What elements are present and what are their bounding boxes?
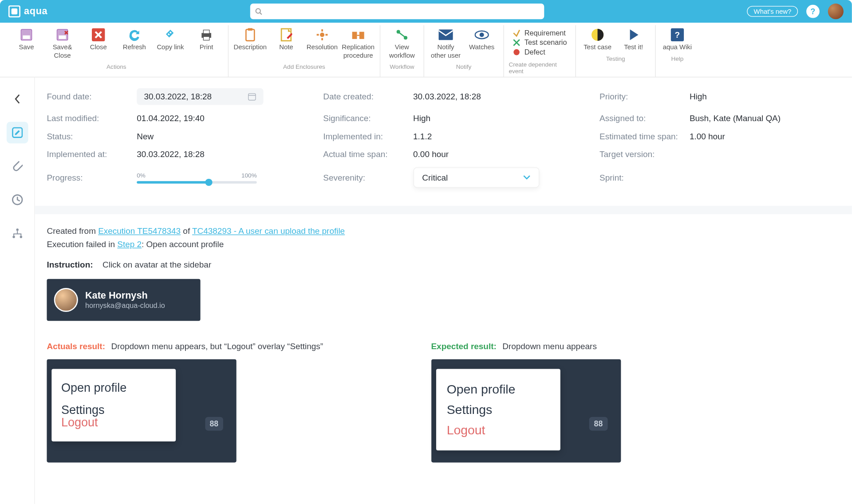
refresh-icon <box>127 28 142 42</box>
last-modified-value: 01.04.2022, 19:40 <box>137 114 205 123</box>
details-panel: Found date: 30.03.2022, 18:28 Date creat… <box>47 86 840 205</box>
dep-defect[interactable]: Defect <box>513 48 567 56</box>
test-it-button[interactable]: Test it! <box>617 25 651 54</box>
significance-label: Significance: <box>323 114 413 123</box>
found-date-input[interactable]: 30.03.2022, 18:28 <box>137 88 263 105</box>
attachments-tab-icon[interactable] <box>6 155 28 177</box>
notify-user-button[interactable]: Notify other user <box>429 25 463 62</box>
testcase-link[interactable]: TC438293 - A user can upload the profile <box>192 226 345 236</box>
progress-slider[interactable] <box>137 181 256 183</box>
ribbon-toolbar: Save Save& Close Close Refresh Copy link… <box>0 23 852 77</box>
menu-logout: Logout <box>61 416 166 429</box>
actual-dropdown-snippet: Open profile Settings Logout 88 <box>47 359 236 463</box>
test-case-button[interactable]: Test case <box>581 25 615 54</box>
implemented-at-label: Implemented at: <box>47 150 137 159</box>
view-workflow-button[interactable]: View workflow <box>385 25 419 62</box>
snippet-email: hornyska@aqua-cloud.io <box>85 301 165 310</box>
status-value: New <box>137 131 154 141</box>
svg-rect-13 <box>203 36 209 40</box>
back-icon[interactable] <box>6 88 28 110</box>
instruction-text: Click on avatar at the sidebar <box>103 260 211 269</box>
brand-logo[interactable]: aqua <box>8 5 47 17</box>
dep-test-scenario[interactable]: Test scenario <box>513 39 567 47</box>
execution-link[interactable]: Execution TE5478343 <box>98 226 181 236</box>
svg-point-29 <box>514 49 520 55</box>
priority-label: Priority: <box>600 92 690 102</box>
description-button[interactable]: Description <box>233 25 267 62</box>
sprint-label: Sprint: <box>600 173 690 182</box>
bug-icon <box>513 48 521 56</box>
save-button[interactable]: Save <box>10 25 43 62</box>
play-icon <box>626 28 640 42</box>
svg-point-17 <box>320 32 324 37</box>
severenity-label: Severenity: <box>323 173 413 182</box>
user-avatar[interactable] <box>828 4 844 19</box>
clipboard-icon <box>243 28 257 42</box>
actual-time-value: 0.00 hour <box>413 150 449 159</box>
actual-result-column: Actuals result:Dropdown menu appears, bu… <box>47 341 323 462</box>
edit-tab-icon[interactable] <box>6 122 28 143</box>
testcase-icon <box>590 28 604 42</box>
menu-open-profile-2: Open profile <box>447 382 549 396</box>
whats-new-button[interactable]: What's new? <box>747 6 798 17</box>
save-icon <box>19 28 33 42</box>
copy-link-button[interactable]: Copy link <box>154 25 187 62</box>
close-button[interactable]: Close <box>82 25 115 62</box>
avatar-sidebar-snippet: Kate Hornysh hornyska@aqua-cloud.io <box>47 279 200 321</box>
progress-min: 0% <box>137 172 146 178</box>
search-icon <box>255 8 262 15</box>
search-input[interactable] <box>250 4 544 19</box>
svg-point-37 <box>20 236 22 238</box>
actual-time-label: Actual time span: <box>323 150 413 159</box>
save-close-button[interactable]: Save& Close <box>46 25 79 62</box>
ribbon-group-dependent: Requirement Test scenario Defect Create … <box>504 25 576 77</box>
wiki-icon: ? <box>670 28 684 42</box>
save-close-icon <box>55 28 69 42</box>
last-modified-label: Last modified: <box>47 114 137 123</box>
svg-point-0 <box>256 9 260 13</box>
svg-rect-23 <box>359 32 364 39</box>
resolution-button[interactable]: Resolution <box>305 25 339 62</box>
replication-icon <box>351 28 365 42</box>
instruction-label: Instruction: <box>47 260 93 269</box>
close-icon <box>91 28 106 42</box>
expected-result-column: Expected result:Dropdown menu appears Op… <box>431 341 620 462</box>
implemented-at-value: 30.03.2022, 18:28 <box>137 150 205 159</box>
svg-rect-12 <box>203 30 209 34</box>
wiki-button[interactable]: ?aqua Wiki <box>661 25 694 54</box>
brand-name: aqua <box>24 6 47 17</box>
badge-88-2: 88 <box>589 417 607 431</box>
logo-icon <box>8 5 20 17</box>
progress-label: Progress: <box>47 173 137 182</box>
assigned-to-value: Bush, Kate (Manual QA) <box>690 114 781 123</box>
svg-rect-14 <box>246 29 254 41</box>
svg-text:?: ? <box>675 30 680 39</box>
expected-dropdown-snippet: Open profile Settings Logout 88 <box>431 359 620 463</box>
chevron-down-icon <box>523 175 530 180</box>
found-date-label: Found date: <box>47 92 137 102</box>
target-version-label: Target version: <box>600 150 690 159</box>
actual-label: Actuals result: <box>47 341 105 351</box>
print-button[interactable]: Print <box>189 25 223 62</box>
watches-button[interactable]: Watches <box>465 25 499 62</box>
date-created-label: Date created: <box>323 92 413 102</box>
link-icon <box>163 28 178 42</box>
expected-text: Dropdown menu appears <box>502 341 597 351</box>
hierarchy-tab-icon[interactable] <box>6 223 28 244</box>
replication-button[interactable]: Replication procedure <box>341 25 375 62</box>
severenity-select[interactable]: Critical <box>413 167 539 188</box>
ribbon-group-help: ?aqua Wiki Help <box>656 25 699 77</box>
note-button[interactable]: Note <box>269 25 303 62</box>
assigned-to-label: Assigned to: <box>600 114 690 123</box>
implemented-in-label: Implemented in: <box>323 131 413 141</box>
refresh-button[interactable]: Refresh <box>118 25 151 62</box>
note-icon <box>279 28 293 42</box>
scenario-icon <box>513 39 521 47</box>
gear-icon <box>315 28 329 42</box>
history-tab-icon[interactable] <box>6 189 28 211</box>
expected-label: Expected result: <box>431 341 496 351</box>
step-link[interactable]: Step 2 <box>117 239 142 249</box>
help-icon[interactable]: ? <box>806 5 820 18</box>
date-created-value: 30.03.2022, 18:28 <box>413 92 481 102</box>
dep-requirement[interactable]: Requirement <box>513 29 567 37</box>
